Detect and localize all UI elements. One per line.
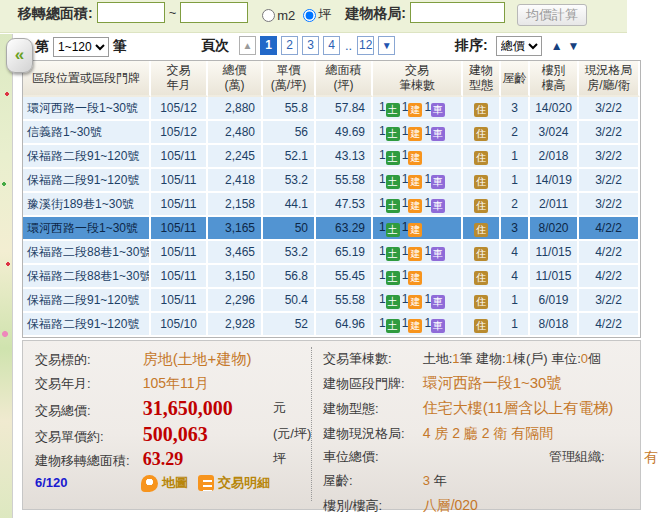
table-row[interactable]: 保福路二段91~120號105/112,29650.455.581土1建1車住1… bbox=[23, 289, 640, 313]
table-row[interactable]: 保福路二段91~120號105/112,41853.255.581土1建1車住1… bbox=[23, 169, 640, 193]
column-header[interactable]: 總價(萬) bbox=[208, 61, 263, 97]
cell-unit-price: 55.8 bbox=[263, 97, 316, 121]
map-pin-icon[interactable] bbox=[141, 475, 158, 492]
cell-layout: 4/2/2 bbox=[579, 241, 640, 265]
column-header[interactable]: 總面積(坪) bbox=[316, 61, 373, 97]
page-button[interactable]: 3 bbox=[302, 36, 319, 55]
sort-asc-icon[interactable]: ▲ bbox=[551, 39, 563, 53]
cell-unit-price: 56.8 bbox=[263, 265, 316, 289]
table-row[interactable]: 保福路二段88巷1~30號105/113,46553.265.191土1建1車住… bbox=[23, 241, 640, 265]
cell-counts: 1土1建1車 bbox=[373, 169, 463, 193]
car-icon: 車 bbox=[431, 295, 445, 309]
column-header-line1: 現況格局 bbox=[579, 63, 638, 78]
unit-m2-radio[interactable] bbox=[262, 9, 275, 22]
cell-unit-price: 56 bbox=[263, 121, 316, 145]
table-row[interactable]: 豫溪街189巷1~30號105/112,15844.147.531土1建1車住2… bbox=[23, 193, 640, 217]
column-header[interactable]: 樓別樓高 bbox=[530, 61, 579, 97]
transaction-detail-button[interactable]: 交易明細 bbox=[218, 471, 270, 495]
page-button[interactable]: 2 bbox=[281, 36, 298, 55]
range-select[interactable]: 1~120 bbox=[53, 37, 109, 57]
average-price-button[interactable]: 均價計算 bbox=[517, 4, 587, 26]
results-table: 區段位置或區段門牌交易年月總價(萬)單價(萬/坪)總面積(坪)交易筆棟數建物型態… bbox=[22, 60, 641, 338]
triangle-down-icon: ▼ bbox=[382, 40, 392, 51]
table-row[interactable]: 環河西路一段1~30號105/122,88055.857.841土1建1車住31… bbox=[23, 97, 640, 121]
cell-counts: 1土1建1車 bbox=[373, 97, 463, 121]
trade-date-value: 105年11月 bbox=[143, 375, 209, 391]
page-button[interactable]: 12 bbox=[357, 36, 374, 55]
cell-age: 4 bbox=[501, 265, 530, 289]
layout-filter-label: 建物格局: bbox=[345, 5, 406, 23]
sort-select[interactable]: 總價 bbox=[496, 36, 542, 56]
page-next-button[interactable]: ▼ bbox=[378, 36, 395, 55]
page-button[interactable]: 1 bbox=[260, 36, 277, 55]
table-row[interactable]: 保福路二段88巷1~30號105/113,15056.855.451土1建住41… bbox=[23, 265, 640, 289]
area-max-input[interactable] bbox=[180, 2, 248, 23]
counts-part: 土地: bbox=[423, 351, 453, 366]
column-header[interactable]: 單價(萬/坪) bbox=[263, 61, 316, 97]
land-icon: 土 bbox=[386, 127, 400, 141]
column-header[interactable]: 建物型態 bbox=[463, 61, 501, 97]
cell-building-type: 住 bbox=[463, 97, 501, 121]
column-header[interactable]: 屋齡 bbox=[501, 61, 530, 97]
cell-age: 2 bbox=[501, 121, 530, 145]
count-number: 1 bbox=[379, 124, 386, 138]
column-header[interactable]: 交易筆棟數 bbox=[373, 61, 463, 97]
column-header[interactable]: 現況格局房/廳/衛 bbox=[579, 61, 640, 97]
cell-building-type: 住 bbox=[463, 121, 501, 145]
residence-icon: 住 bbox=[474, 199, 488, 213]
cell-counts: 1土1建 bbox=[373, 265, 463, 289]
sort-desc-icon[interactable]: ▼ bbox=[568, 39, 580, 53]
area-min-input[interactable] bbox=[97, 2, 165, 23]
unit-m2-label[interactable]: m2 bbox=[277, 8, 295, 23]
cell-address: 豫溪街189巷1~30號 bbox=[23, 193, 151, 217]
building-area-label: 建物移轉總面積: bbox=[35, 449, 139, 473]
car-icon: 車 bbox=[431, 127, 445, 141]
cell-counts: 1土1建1車 bbox=[373, 241, 463, 265]
cell-floor: 14/020 bbox=[530, 97, 579, 121]
table-row[interactable]: 信義路1~30號105/122,4805649.691土1建1車住23/0243… bbox=[23, 121, 640, 145]
building-icon: 建 bbox=[408, 127, 422, 141]
cell-date: 105/12 bbox=[151, 97, 208, 121]
cell-area: 55.58 bbox=[316, 169, 373, 193]
residence-icon: 住 bbox=[474, 127, 488, 141]
area-filter-label: 移轉總面積: bbox=[18, 5, 93, 23]
count-number: 1 bbox=[402, 148, 409, 162]
count-number: 1 bbox=[424, 196, 431, 210]
cell-unit-price: 52.1 bbox=[263, 145, 316, 169]
column-header[interactable]: 交易年月 bbox=[151, 61, 208, 97]
unit-ping-label[interactable]: 坪 bbox=[318, 6, 331, 24]
table-row[interactable]: 環河西路一段1~30號105/113,1655063.291土1建住38/020… bbox=[23, 217, 640, 241]
page-label: 頁次 bbox=[201, 37, 229, 55]
page-button[interactable]: 4 bbox=[323, 36, 340, 55]
layout-input[interactable] bbox=[410, 2, 505, 23]
residence-icon: 住 bbox=[474, 103, 488, 117]
cell-layout: 4/2/2 bbox=[579, 265, 640, 289]
car-icon: 車 bbox=[431, 247, 445, 261]
map-button[interactable]: 地圖 bbox=[162, 471, 188, 495]
count-number: 1 bbox=[424, 244, 431, 258]
cell-unit-price: 52 bbox=[263, 313, 316, 337]
building-type-label: 建物型態: bbox=[323, 396, 419, 422]
building-icon: 建 bbox=[408, 247, 422, 261]
count-number: 1 bbox=[402, 316, 409, 330]
counts-part: 個 bbox=[588, 351, 601, 366]
collapse-panel-button[interactable]: « bbox=[6, 38, 33, 73]
column-header[interactable]: 區段位置或區段門牌 bbox=[23, 61, 151, 97]
residence-icon: 住 bbox=[474, 151, 488, 165]
unit-ping-radio[interactable] bbox=[303, 9, 316, 22]
building-icon: 建 bbox=[408, 151, 422, 165]
cell-floor: 11/015 bbox=[530, 265, 579, 289]
column-header-line2: 年月 bbox=[151, 78, 206, 93]
building-area-value: 63.29 bbox=[143, 447, 233, 471]
cell-layout: 4/2/2 bbox=[579, 313, 640, 337]
cell-building-type: 住 bbox=[463, 169, 501, 193]
list-icon[interactable] bbox=[198, 475, 214, 491]
table-row[interactable]: 保福路二段91~120號105/102,9285264.961土1建1車住18/… bbox=[23, 313, 640, 337]
column-header-line2: 樓高 bbox=[530, 78, 577, 93]
cell-unit-price: 44.1 bbox=[263, 193, 316, 217]
total-price-value: 31,650,000 bbox=[143, 395, 261, 421]
table-row[interactable]: 保福路二段91~120號105/112,24552.143.131土1建住12/… bbox=[23, 145, 640, 169]
page-prev-button[interactable]: ▲ bbox=[239, 36, 256, 55]
cell-total-price: 2,928 bbox=[208, 313, 263, 337]
residence-icon: 住 bbox=[474, 295, 488, 309]
